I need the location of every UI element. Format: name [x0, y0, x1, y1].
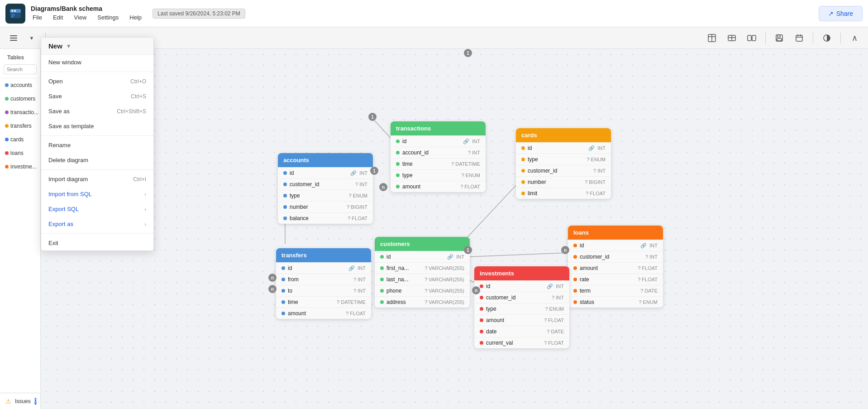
- search-input[interactable]: [4, 64, 37, 74]
- field-dot: [283, 183, 287, 186]
- svg-rect-7: [10, 38, 17, 38]
- field-dot: [573, 266, 577, 270]
- table-investments-body: id 🔗 INT customer_id ? INT type ? ENUM a…: [474, 280, 569, 348]
- toolbar-sep-4: [840, 33, 841, 43]
- sidebar-item-customers[interactable]: customers: [0, 92, 40, 106]
- sidebar-item-transactions[interactable]: transactio...: [0, 106, 40, 119]
- sidebar-item-transfers[interactable]: transfers: [0, 119, 40, 133]
- sidebar-label-loans: loans: [10, 150, 24, 156]
- field-card-id: id 🔗 INT: [516, 142, 611, 154]
- field-dot: [281, 312, 285, 315]
- sidebar-item-loans[interactable]: loans: [0, 146, 40, 160]
- field-dot: [573, 244, 577, 247]
- menu-file[interactable]: File: [31, 13, 44, 22]
- field-dot: [521, 158, 525, 161]
- field-loan-id: id 🔗 INT: [568, 240, 663, 251]
- dropdown-toggle-button[interactable]: ▼: [24, 30, 40, 46]
- dropdown-export-sql[interactable]: Export SQL ›: [41, 202, 153, 217]
- field-dot: [396, 151, 400, 154]
- field-inv-id: id 🔗 INT: [474, 280, 569, 292]
- cards-dot: [5, 138, 9, 141]
- title-area: Diagrams/Bank schema File Edit View Sett…: [31, 5, 143, 22]
- save-status: Last saved 9/26/2024, 5:23:02 PM: [153, 9, 245, 19]
- add-relation-button[interactable]: [744, 30, 760, 46]
- field-card-limit: limit ? FLOAT: [516, 188, 611, 199]
- dropdown-menu: New ▼ New window Open Ctrl+O Save Ctrl+S…: [41, 37, 154, 251]
- dropdown-sep-3: [41, 169, 153, 170]
- field-inv-current_val: current_val ? FLOAT: [474, 337, 569, 348]
- field-dot: [380, 289, 384, 293]
- field-tx-type: type ? ENUM: [391, 169, 486, 181]
- menu-view[interactable]: View: [72, 13, 88, 22]
- sidebar-item-investments[interactable]: investme...: [0, 160, 40, 173]
- dropdown-exit[interactable]: Exit: [41, 236, 153, 250]
- field-dot: [521, 180, 525, 184]
- field-dot: [396, 173, 400, 177]
- dropdown-sep-4: [41, 233, 153, 234]
- table-loans-body: id 🔗 INT customer_id ? INT amount ? FLOA…: [568, 240, 663, 308]
- connector-n5: n: [561, 246, 569, 254]
- issues-count: 0: [34, 398, 37, 405]
- sidebar-label-cards: cards: [10, 136, 24, 143]
- field-loan-term: term ? DATE: [568, 285, 663, 296]
- sidebar-item-accounts[interactable]: accounts: [0, 78, 40, 92]
- topbar: Diagrams/Bank schema File Edit View Sett…: [0, 0, 868, 27]
- dropdown-delete[interactable]: Delete diagram: [41, 153, 153, 168]
- field-dot: [480, 341, 483, 345]
- field-accounts-type: type ? ENUM: [278, 190, 373, 201]
- field-dot: [396, 162, 400, 166]
- sidebar: Tables accounts customers transactio... …: [0, 49, 41, 409]
- share-label: Share: [836, 10, 853, 17]
- menu-bar: File Edit View Settings Help: [31, 13, 143, 22]
- menu-edit[interactable]: Edit: [51, 13, 65, 22]
- toggle-sidebar-button[interactable]: [5, 30, 22, 46]
- dropdown-export-as[interactable]: Export as ›: [41, 217, 153, 231]
- connector-n1: n: [379, 183, 387, 191]
- sidebar-label-transactions: transactio...: [10, 109, 38, 115]
- field-accounts-id: id 🔗 INT: [278, 167, 373, 178]
- dropdown-import-sql[interactable]: Import from SQL ›: [41, 187, 153, 202]
- field-tx-account_id: account_id ? INT: [391, 147, 486, 158]
- dropdown-import-diagram[interactable]: Import diagram Ctrl+I: [41, 172, 153, 187]
- app-logo: [5, 4, 25, 24]
- dropdown-save-template[interactable]: Save as template: [41, 119, 153, 134]
- dropdown-save-as[interactable]: Save as Ctrl+Shift+S: [41, 104, 153, 119]
- field-dot: [573, 255, 577, 259]
- share-button[interactable]: ↗ Share: [819, 6, 863, 21]
- field-dot: [281, 278, 285, 281]
- save-button[interactable]: [771, 30, 787, 46]
- dropdown-save[interactable]: Save Ctrl+S: [41, 89, 153, 104]
- add-table-button[interactable]: [704, 30, 720, 46]
- issues-bar[interactable]: ⚠ Issues 0 ▼: [0, 393, 40, 409]
- calendar-button[interactable]: [791, 30, 807, 46]
- add-entity-button[interactable]: [724, 30, 740, 46]
- collapse-button[interactable]: ∧: [846, 30, 863, 46]
- canvas[interactable]: 1 n n n 1 1 1 n n accounts id 🔗 INT cust…: [41, 49, 868, 409]
- table-transactions: transactions id 🔗 INT account_id ? INT t…: [391, 121, 486, 192]
- field-inv-date: date ? DATE: [474, 326, 569, 337]
- menu-settings[interactable]: Settings: [95, 13, 120, 22]
- sidebar-items: accounts customers transactio... transfe…: [0, 78, 40, 173]
- contrast-button[interactable]: [819, 30, 835, 46]
- dropdown-new-window[interactable]: New window: [41, 55, 153, 70]
- field-tr-from: from ? INT: [276, 274, 371, 285]
- customers-dot: [5, 97, 9, 101]
- dropdown-rename[interactable]: Rename: [41, 138, 153, 153]
- transactions-dot: [5, 111, 9, 114]
- dropdown-open[interactable]: Open Ctrl+O: [41, 74, 153, 89]
- svg-rect-4: [11, 14, 15, 15]
- field-dot: [281, 300, 285, 304]
- field-dot: [380, 266, 384, 270]
- field-dot: [480, 318, 483, 322]
- sidebar-label-transfers: transfers: [10, 123, 32, 129]
- table-accounts: accounts id 🔗 INT customer_id ? INT type…: [278, 153, 373, 224]
- svg-rect-16: [752, 35, 756, 41]
- field-dot: [283, 171, 287, 175]
- field-accounts-number: number ? BIGINT: [278, 201, 373, 212]
- field-inv-amount: amount ? FLOAT: [474, 314, 569, 326]
- sidebar-item-cards[interactable]: cards: [0, 133, 40, 146]
- field-dot: [283, 194, 287, 197]
- warning-icon: ⚠: [5, 398, 11, 405]
- field-cust-address: address ? VARCHAR(255): [375, 296, 470, 308]
- menu-help[interactable]: Help: [128, 13, 143, 22]
